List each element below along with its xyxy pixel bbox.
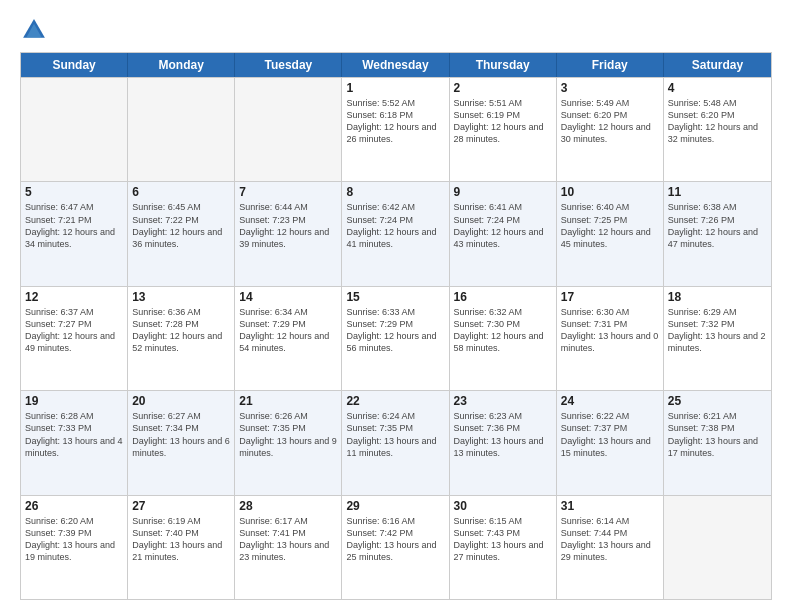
day-number: 13 [132, 290, 230, 304]
calendar-cell: 1Sunrise: 5:52 AM Sunset: 6:18 PM Daylig… [342, 78, 449, 181]
cell-text: Sunrise: 6:23 AM Sunset: 7:36 PM Dayligh… [454, 410, 552, 459]
calendar-cell: 15Sunrise: 6:33 AM Sunset: 7:29 PM Dayli… [342, 287, 449, 390]
calendar-cell: 26Sunrise: 6:20 AM Sunset: 7:39 PM Dayli… [21, 496, 128, 599]
cell-text: Sunrise: 6:15 AM Sunset: 7:43 PM Dayligh… [454, 515, 552, 564]
calendar-row-1: 5Sunrise: 6:47 AM Sunset: 7:21 PM Daylig… [21, 181, 771, 285]
cell-text: Sunrise: 5:48 AM Sunset: 6:20 PM Dayligh… [668, 97, 767, 146]
calendar: SundayMondayTuesdayWednesdayThursdayFrid… [20, 52, 772, 600]
cell-text: Sunrise: 6:36 AM Sunset: 7:28 PM Dayligh… [132, 306, 230, 355]
day-number: 31 [561, 499, 659, 513]
header-day-sunday: Sunday [21, 53, 128, 77]
logo [20, 16, 52, 44]
cell-text: Sunrise: 6:16 AM Sunset: 7:42 PM Dayligh… [346, 515, 444, 564]
header-day-saturday: Saturday [664, 53, 771, 77]
calendar-cell: 25Sunrise: 6:21 AM Sunset: 7:38 PM Dayli… [664, 391, 771, 494]
cell-text: Sunrise: 5:51 AM Sunset: 6:19 PM Dayligh… [454, 97, 552, 146]
calendar-cell: 23Sunrise: 6:23 AM Sunset: 7:36 PM Dayli… [450, 391, 557, 494]
cell-text: Sunrise: 6:14 AM Sunset: 7:44 PM Dayligh… [561, 515, 659, 564]
calendar-cell: 30Sunrise: 6:15 AM Sunset: 7:43 PM Dayli… [450, 496, 557, 599]
day-number: 2 [454, 81, 552, 95]
cell-text: Sunrise: 6:27 AM Sunset: 7:34 PM Dayligh… [132, 410, 230, 459]
calendar-cell: 4Sunrise: 5:48 AM Sunset: 6:20 PM Daylig… [664, 78, 771, 181]
calendar-cell: 3Sunrise: 5:49 AM Sunset: 6:20 PM Daylig… [557, 78, 664, 181]
day-number: 3 [561, 81, 659, 95]
day-number: 19 [25, 394, 123, 408]
cell-text: Sunrise: 6:26 AM Sunset: 7:35 PM Dayligh… [239, 410, 337, 459]
cell-text: Sunrise: 6:41 AM Sunset: 7:24 PM Dayligh… [454, 201, 552, 250]
header-day-tuesday: Tuesday [235, 53, 342, 77]
day-number: 23 [454, 394, 552, 408]
cell-text: Sunrise: 6:37 AM Sunset: 7:27 PM Dayligh… [25, 306, 123, 355]
calendar-cell: 2Sunrise: 5:51 AM Sunset: 6:19 PM Daylig… [450, 78, 557, 181]
cell-text: Sunrise: 6:28 AM Sunset: 7:33 PM Dayligh… [25, 410, 123, 459]
cell-text: Sunrise: 6:32 AM Sunset: 7:30 PM Dayligh… [454, 306, 552, 355]
calendar-cell: 24Sunrise: 6:22 AM Sunset: 7:37 PM Dayli… [557, 391, 664, 494]
calendar-cell: 27Sunrise: 6:19 AM Sunset: 7:40 PM Dayli… [128, 496, 235, 599]
day-number: 6 [132, 185, 230, 199]
calendar-cell: 11Sunrise: 6:38 AM Sunset: 7:26 PM Dayli… [664, 182, 771, 285]
calendar-cell: 5Sunrise: 6:47 AM Sunset: 7:21 PM Daylig… [21, 182, 128, 285]
calendar-row-2: 12Sunrise: 6:37 AM Sunset: 7:27 PM Dayli… [21, 286, 771, 390]
day-number: 30 [454, 499, 552, 513]
calendar-cell: 19Sunrise: 6:28 AM Sunset: 7:33 PM Dayli… [21, 391, 128, 494]
calendar-cell: 7Sunrise: 6:44 AM Sunset: 7:23 PM Daylig… [235, 182, 342, 285]
day-number: 28 [239, 499, 337, 513]
day-number: 25 [668, 394, 767, 408]
day-number: 22 [346, 394, 444, 408]
header-day-wednesday: Wednesday [342, 53, 449, 77]
day-number: 21 [239, 394, 337, 408]
day-number: 24 [561, 394, 659, 408]
calendar-cell: 9Sunrise: 6:41 AM Sunset: 7:24 PM Daylig… [450, 182, 557, 285]
cell-text: Sunrise: 6:45 AM Sunset: 7:22 PM Dayligh… [132, 201, 230, 250]
calendar-cell: 22Sunrise: 6:24 AM Sunset: 7:35 PM Dayli… [342, 391, 449, 494]
calendar-cell: 18Sunrise: 6:29 AM Sunset: 7:32 PM Dayli… [664, 287, 771, 390]
day-number: 4 [668, 81, 767, 95]
day-number: 27 [132, 499, 230, 513]
calendar-cell: 31Sunrise: 6:14 AM Sunset: 7:44 PM Dayli… [557, 496, 664, 599]
cell-text: Sunrise: 6:24 AM Sunset: 7:35 PM Dayligh… [346, 410, 444, 459]
cell-text: Sunrise: 6:42 AM Sunset: 7:24 PM Dayligh… [346, 201, 444, 250]
calendar-cell: 17Sunrise: 6:30 AM Sunset: 7:31 PM Dayli… [557, 287, 664, 390]
day-number: 1 [346, 81, 444, 95]
calendar-row-0: 1Sunrise: 5:52 AM Sunset: 6:18 PM Daylig… [21, 77, 771, 181]
header [20, 16, 772, 44]
cell-text: Sunrise: 6:17 AM Sunset: 7:41 PM Dayligh… [239, 515, 337, 564]
calendar-header-row: SundayMondayTuesdayWednesdayThursdayFrid… [21, 53, 771, 77]
day-number: 17 [561, 290, 659, 304]
calendar-cell: 6Sunrise: 6:45 AM Sunset: 7:22 PM Daylig… [128, 182, 235, 285]
cell-text: Sunrise: 6:20 AM Sunset: 7:39 PM Dayligh… [25, 515, 123, 564]
cell-text: Sunrise: 6:47 AM Sunset: 7:21 PM Dayligh… [25, 201, 123, 250]
calendar-body: 1Sunrise: 5:52 AM Sunset: 6:18 PM Daylig… [21, 77, 771, 599]
cell-text: Sunrise: 5:49 AM Sunset: 6:20 PM Dayligh… [561, 97, 659, 146]
header-day-thursday: Thursday [450, 53, 557, 77]
day-number: 29 [346, 499, 444, 513]
day-number: 5 [25, 185, 123, 199]
calendar-cell [235, 78, 342, 181]
day-number: 26 [25, 499, 123, 513]
header-day-monday: Monday [128, 53, 235, 77]
cell-text: Sunrise: 5:52 AM Sunset: 6:18 PM Dayligh… [346, 97, 444, 146]
day-number: 11 [668, 185, 767, 199]
calendar-cell: 21Sunrise: 6:26 AM Sunset: 7:35 PM Dayli… [235, 391, 342, 494]
day-number: 12 [25, 290, 123, 304]
day-number: 18 [668, 290, 767, 304]
calendar-cell: 29Sunrise: 6:16 AM Sunset: 7:42 PM Dayli… [342, 496, 449, 599]
calendar-cell [128, 78, 235, 181]
calendar-row-3: 19Sunrise: 6:28 AM Sunset: 7:33 PM Dayli… [21, 390, 771, 494]
day-number: 16 [454, 290, 552, 304]
cell-text: Sunrise: 6:19 AM Sunset: 7:40 PM Dayligh… [132, 515, 230, 564]
calendar-cell: 12Sunrise: 6:37 AM Sunset: 7:27 PM Dayli… [21, 287, 128, 390]
calendar-row-4: 26Sunrise: 6:20 AM Sunset: 7:39 PM Dayli… [21, 495, 771, 599]
cell-text: Sunrise: 6:33 AM Sunset: 7:29 PM Dayligh… [346, 306, 444, 355]
cell-text: Sunrise: 6:38 AM Sunset: 7:26 PM Dayligh… [668, 201, 767, 250]
calendar-cell: 8Sunrise: 6:42 AM Sunset: 7:24 PM Daylig… [342, 182, 449, 285]
cell-text: Sunrise: 6:29 AM Sunset: 7:32 PM Dayligh… [668, 306, 767, 355]
calendar-cell: 28Sunrise: 6:17 AM Sunset: 7:41 PM Dayli… [235, 496, 342, 599]
cell-text: Sunrise: 6:22 AM Sunset: 7:37 PM Dayligh… [561, 410, 659, 459]
cell-text: Sunrise: 6:34 AM Sunset: 7:29 PM Dayligh… [239, 306, 337, 355]
day-number: 20 [132, 394, 230, 408]
day-number: 8 [346, 185, 444, 199]
calendar-cell: 20Sunrise: 6:27 AM Sunset: 7:34 PM Dayli… [128, 391, 235, 494]
page: SundayMondayTuesdayWednesdayThursdayFrid… [0, 0, 792, 612]
day-number: 14 [239, 290, 337, 304]
